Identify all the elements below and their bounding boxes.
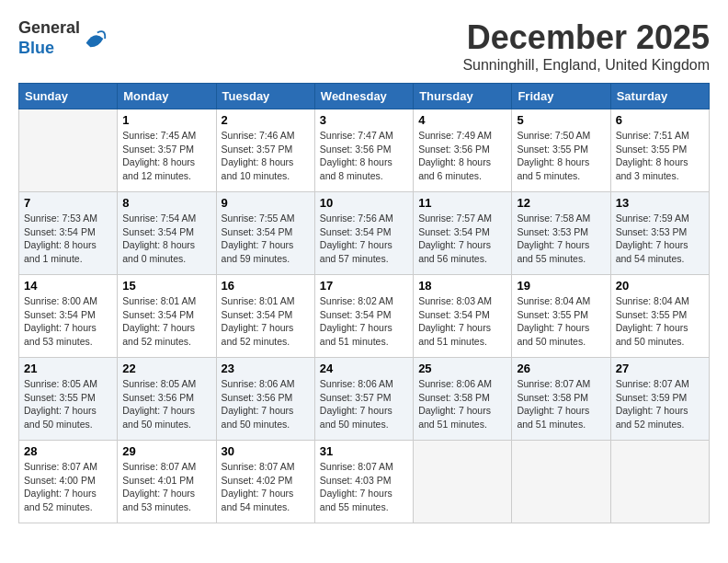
calendar-week-row: 14Sunrise: 8:00 AM Sunset: 3:54 PM Dayli… <box>19 275 710 358</box>
day-number: 13 <box>616 196 704 210</box>
day-number: 30 <box>222 444 310 458</box>
calendar-cell <box>19 109 118 192</box>
day-number: 8 <box>122 196 210 210</box>
day-number: 10 <box>320 196 408 210</box>
day-info: Sunrise: 7:55 AM Sunset: 3:54 PM Dayligh… <box>222 212 310 266</box>
logo-icon <box>82 26 108 52</box>
title-block: December 2025 Sunninghill, England, Unit… <box>462 18 710 74</box>
calendar-table: SundayMondayTuesdayWednesdayThursdayFrid… <box>18 83 710 523</box>
day-number: 29 <box>122 444 210 458</box>
day-info: Sunrise: 8:07 AM Sunset: 4:01 PM Dayligh… <box>122 460 210 514</box>
calendar-cell: 13Sunrise: 7:59 AM Sunset: 3:53 PM Dayli… <box>610 192 709 275</box>
calendar-header-friday: Friday <box>512 84 610 109</box>
day-number: 19 <box>517 279 605 293</box>
calendar-cell: 6Sunrise: 7:51 AM Sunset: 3:55 PM Daylig… <box>610 109 709 192</box>
calendar-week-row: 1Sunrise: 7:45 AM Sunset: 3:57 PM Daylig… <box>19 109 710 192</box>
day-number: 15 <box>122 279 210 293</box>
day-info: Sunrise: 7:45 AM Sunset: 3:57 PM Dayligh… <box>122 129 210 183</box>
calendar-cell: 2Sunrise: 7:46 AM Sunset: 3:57 PM Daylig… <box>216 109 314 192</box>
calendar-cell: 25Sunrise: 8:06 AM Sunset: 3:58 PM Dayli… <box>414 358 512 441</box>
day-number: 5 <box>517 113 605 127</box>
logo: General Blue <box>18 18 108 58</box>
calendar-cell: 24Sunrise: 8:06 AM Sunset: 3:57 PM Dayli… <box>314 358 413 441</box>
calendar-cell <box>610 441 709 523</box>
day-info: Sunrise: 8:06 AM Sunset: 3:56 PM Dayligh… <box>222 377 310 431</box>
calendar-header-sunday: Sunday <box>19 84 118 109</box>
calendar-cell: 16Sunrise: 8:01 AM Sunset: 3:54 PM Dayli… <box>216 275 314 358</box>
day-info: Sunrise: 8:07 AM Sunset: 4:02 PM Dayligh… <box>222 460 310 514</box>
calendar-cell: 5Sunrise: 7:50 AM Sunset: 3:55 PM Daylig… <box>512 109 610 192</box>
calendar-cell: 10Sunrise: 7:56 AM Sunset: 3:54 PM Dayli… <box>314 192 413 275</box>
day-info: Sunrise: 8:07 AM Sunset: 4:00 PM Dayligh… <box>24 460 112 514</box>
calendar-header-row: SundayMondayTuesdayWednesdayThursdayFrid… <box>19 84 710 109</box>
day-info: Sunrise: 7:49 AM Sunset: 3:56 PM Dayligh… <box>418 129 506 183</box>
calendar-week-row: 28Sunrise: 8:07 AM Sunset: 4:00 PM Dayli… <box>19 441 710 523</box>
day-number: 27 <box>616 362 704 375</box>
day-number: 23 <box>222 362 310 375</box>
day-info: Sunrise: 8:01 AM Sunset: 3:54 PM Dayligh… <box>222 294 310 349</box>
calendar-cell: 30Sunrise: 8:07 AM Sunset: 4:02 PM Dayli… <box>216 441 314 523</box>
day-number: 25 <box>418 362 506 375</box>
day-info: Sunrise: 8:04 AM Sunset: 3:55 PM Dayligh… <box>517 294 605 349</box>
day-number: 2 <box>222 113 310 127</box>
day-number: 1 <box>122 113 210 127</box>
logo-general-text: General <box>18 18 80 37</box>
day-number: 17 <box>320 279 408 293</box>
calendar-header-thursday: Thursday <box>414 84 512 109</box>
calendar-cell: 14Sunrise: 8:00 AM Sunset: 3:54 PM Dayli… <box>19 275 118 358</box>
calendar-cell: 4Sunrise: 7:49 AM Sunset: 3:56 PM Daylig… <box>414 109 512 192</box>
day-number: 6 <box>616 113 704 127</box>
calendar-cell: 9Sunrise: 7:55 AM Sunset: 3:54 PM Daylig… <box>216 192 314 275</box>
calendar-cell: 26Sunrise: 8:07 AM Sunset: 3:58 PM Dayli… <box>512 358 610 441</box>
day-number: 11 <box>418 196 506 210</box>
calendar-cell: 19Sunrise: 8:04 AM Sunset: 3:55 PM Dayli… <box>512 275 610 358</box>
day-number: 18 <box>418 279 506 293</box>
calendar-cell: 21Sunrise: 8:05 AM Sunset: 3:55 PM Dayli… <box>19 358 118 441</box>
day-info: Sunrise: 7:51 AM Sunset: 3:55 PM Dayligh… <box>616 129 704 183</box>
calendar-cell: 20Sunrise: 8:04 AM Sunset: 3:55 PM Dayli… <box>610 275 709 358</box>
day-number: 12 <box>517 196 605 210</box>
day-number: 3 <box>320 113 408 127</box>
calendar-header-monday: Monday <box>118 84 216 109</box>
day-number: 7 <box>24 196 112 210</box>
calendar-cell: 23Sunrise: 8:06 AM Sunset: 3:56 PM Dayli… <box>216 358 314 441</box>
calendar-cell <box>512 441 610 523</box>
page-header: General Blue December 2025 Sunninghill, … <box>18 18 710 74</box>
month-title: December 2025 <box>462 18 710 57</box>
day-info: Sunrise: 8:06 AM Sunset: 3:58 PM Dayligh… <box>418 377 506 431</box>
day-info: Sunrise: 8:07 AM Sunset: 4:03 PM Dayligh… <box>320 460 408 514</box>
day-info: Sunrise: 8:07 AM Sunset: 3:58 PM Dayligh… <box>517 377 605 431</box>
day-info: Sunrise: 7:56 AM Sunset: 3:54 PM Dayligh… <box>320 212 408 266</box>
day-number: 26 <box>517 362 605 375</box>
day-info: Sunrise: 7:58 AM Sunset: 3:53 PM Dayligh… <box>517 212 605 266</box>
day-number: 4 <box>418 113 506 127</box>
calendar-cell: 12Sunrise: 7:58 AM Sunset: 3:53 PM Dayli… <box>512 192 610 275</box>
logo-blue-text: Blue <box>18 39 54 57</box>
calendar-week-row: 7Sunrise: 7:53 AM Sunset: 3:54 PM Daylig… <box>19 192 710 275</box>
calendar-week-row: 21Sunrise: 8:05 AM Sunset: 3:55 PM Dayli… <box>19 358 710 441</box>
day-info: Sunrise: 8:05 AM Sunset: 3:55 PM Dayligh… <box>24 377 112 431</box>
day-number: 24 <box>320 362 408 375</box>
day-info: Sunrise: 8:03 AM Sunset: 3:54 PM Dayligh… <box>418 294 506 349</box>
day-info: Sunrise: 8:04 AM Sunset: 3:55 PM Dayligh… <box>616 294 704 349</box>
day-number: 9 <box>222 196 310 210</box>
day-info: Sunrise: 7:53 AM Sunset: 3:54 PM Dayligh… <box>24 212 112 266</box>
calendar-cell: 18Sunrise: 8:03 AM Sunset: 3:54 PM Dayli… <box>414 275 512 358</box>
calendar-cell: 7Sunrise: 7:53 AM Sunset: 3:54 PM Daylig… <box>19 192 118 275</box>
day-info: Sunrise: 8:05 AM Sunset: 3:56 PM Dayligh… <box>122 377 210 431</box>
calendar-header-saturday: Saturday <box>610 84 709 109</box>
calendar-cell: 17Sunrise: 8:02 AM Sunset: 3:54 PM Dayli… <box>314 275 413 358</box>
calendar-cell: 3Sunrise: 7:47 AM Sunset: 3:56 PM Daylig… <box>314 109 413 192</box>
calendar-cell: 1Sunrise: 7:45 AM Sunset: 3:57 PM Daylig… <box>118 109 216 192</box>
day-info: Sunrise: 8:06 AM Sunset: 3:57 PM Dayligh… <box>320 377 408 431</box>
day-info: Sunrise: 7:47 AM Sunset: 3:56 PM Dayligh… <box>320 129 408 183</box>
location-title: Sunninghill, England, United Kingdom <box>462 57 710 74</box>
calendar-header-wednesday: Wednesday <box>314 84 413 109</box>
calendar-cell: 27Sunrise: 8:07 AM Sunset: 3:59 PM Dayli… <box>610 358 709 441</box>
calendar-header-tuesday: Tuesday <box>216 84 314 109</box>
calendar-cell: 15Sunrise: 8:01 AM Sunset: 3:54 PM Dayli… <box>118 275 216 358</box>
day-number: 14 <box>24 279 112 293</box>
calendar-cell: 29Sunrise: 8:07 AM Sunset: 4:01 PM Dayli… <box>118 441 216 523</box>
day-info: Sunrise: 8:02 AM Sunset: 3:54 PM Dayligh… <box>320 294 408 349</box>
day-info: Sunrise: 7:57 AM Sunset: 3:54 PM Dayligh… <box>418 212 506 266</box>
